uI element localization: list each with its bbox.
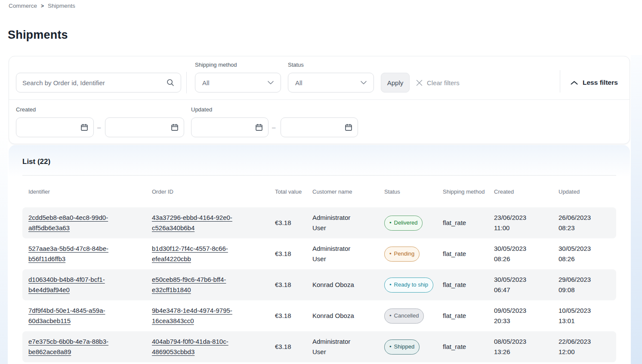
status-select[interactable]: All [288, 73, 374, 93]
table-body: 2cdd5eb8-e8a0-4ec8-99d0-a8f5db6e3a63 43a… [22, 207, 616, 362]
customer-name-cell: Konrad Oboza [312, 280, 384, 290]
page-gradient-left [0, 127, 8, 364]
created-cell: 30/05/2023 08:26 [494, 244, 559, 264]
table-row: d106340b-b4b8-4f07-bcf1-b4e4d9af94e0 e50… [22, 269, 616, 300]
column-header-customer-name: Customer name [312, 188, 384, 196]
close-icon [416, 80, 423, 86]
identifier-cell: 527aae3a-5b5d-47c8-84be-b56f11d6ffb3 [28, 244, 152, 264]
status-badge: Shipped [384, 339, 420, 355]
shipping-method-label: Shipping method [195, 62, 237, 68]
search-box [16, 73, 181, 93]
customer-name-cell: Administrator User [312, 336, 384, 357]
page-gradient-right [631, 55, 642, 364]
table-row: 527aae3a-5b5d-47c8-84be-b56f11d6ffb3 b1d… [22, 238, 616, 269]
created-cell: 30/05/2023 06:47 [494, 275, 559, 295]
created-cell: 08/05/2023 13:26 [494, 336, 559, 357]
created-label: Created [16, 106, 36, 113]
search-input[interactable] [22, 79, 166, 86]
status-label: Status [288, 62, 304, 68]
created-to-field [105, 117, 184, 137]
customer-name-cell: Konrad Oboza [312, 311, 384, 321]
table-row: 2cdd5eb8-e8a0-4ec8-99d0-a8f5db6e3a63 43a… [22, 207, 616, 238]
chevron-up-icon [571, 81, 578, 85]
updated-cell: 29/06/2023 09:08 [559, 275, 616, 295]
created-from-input[interactable] [22, 124, 80, 131]
less-filters-label: Less filters [583, 79, 618, 86]
identifier-cell: e7e375cb-6b0b-4e7a-88b3-be862ace8a89 [28, 336, 152, 357]
created-cell: 23/06/2023 11:00 [494, 213, 559, 233]
calendar-icon[interactable] [171, 123, 179, 131]
breadcrumb-separator: > [41, 3, 44, 9]
status-badge: Cancelled [384, 308, 424, 324]
total-value-cell: €3.18 [275, 218, 312, 228]
updated-range-separator: – [272, 123, 275, 131]
identifier-link[interactable]: e7e375cb-6b0b-4e7a-88b3-be862ace8a89 [28, 336, 128, 357]
shipping-method-cell: flat_rate [443, 249, 494, 259]
list-divider [22, 175, 616, 176]
status-value: All [295, 79, 302, 86]
breadcrumb-commerce[interactable]: Commerce [9, 3, 37, 9]
updated-to-field [281, 117, 358, 137]
column-header-updated: Updated [559, 188, 616, 196]
created-to-input[interactable] [111, 124, 171, 131]
filter-divider-horizontal [9, 99, 630, 100]
identifier-link[interactable]: d106340b-b4b8-4f07-bcf1-b4e4d9af94e0 [28, 275, 128, 295]
customer-name-cell: Administrator User [312, 244, 384, 264]
identifier-link[interactable]: 2cdd5eb8-e8a0-4ec8-99d0-a8f5db6e3a63 [28, 213, 128, 233]
status-badge: Pending [384, 247, 420, 262]
filters-panel: Shipping method All Status All Apply [9, 56, 630, 144]
column-header-shipping-method: Shipping method [443, 188, 494, 196]
identifier-link[interactable]: 527aae3a-5b5d-47c8-84be-b56f11d6ffb3 [28, 244, 128, 264]
total-value-cell: €3.18 [275, 249, 312, 259]
column-header-identifier: Identifier [28, 188, 152, 196]
order-id-cell: e50ceb85-f9c6-47b6-bff4-e32cff1b1840 [152, 275, 275, 295]
table-header: Identifier Order ID Total value Customer… [22, 179, 616, 205]
status-badge: Delivered [384, 216, 423, 231]
status-cell: Cancelled [384, 308, 443, 324]
less-filters-toggle[interactable]: Less filters [571, 73, 618, 93]
shipping-method-cell: flat_rate [443, 280, 494, 290]
order-id-cell: 404ab794-f0f0-41da-810c-4869053cbbd3 [152, 336, 275, 357]
order-id-link[interactable]: 9b4e3478-1e4d-4974-9795-16cea3843cc0 [152, 305, 252, 326]
breadcrumb-shipments: Shipments [48, 3, 75, 9]
clear-filters-button[interactable]: Clear filters [416, 73, 460, 93]
identifier-cell: 7df9f4bd-50e1-4845-a59a-60d3acbeb115 [28, 305, 152, 326]
shipments-page: Commerce > Shipments Shipments Shipping … [0, 0, 642, 364]
search-icon[interactable] [166, 78, 175, 87]
total-value-cell: €3.18 [275, 280, 312, 290]
customer-name-cell: Administrator User [312, 213, 384, 233]
order-id-link[interactable]: b1d30f12-7f4c-4557-8c66-efeaf4220cbb [152, 244, 252, 264]
updated-from-field [191, 117, 269, 137]
order-id-cell: b1d30f12-7f4c-4557-8c66-efeaf4220cbb [152, 244, 275, 264]
total-value-cell: €3.18 [275, 311, 312, 321]
order-id-cell: 9b4e3478-1e4d-4974-9795-16cea3843cc0 [152, 305, 275, 326]
shipping-method-cell: flat_rate [443, 342, 494, 352]
order-id-link[interactable]: 404ab794-f0f0-41da-810c-4869053cbbd3 [152, 336, 252, 357]
column-header-total-value: Total value [275, 188, 312, 196]
calendar-icon[interactable] [80, 123, 88, 131]
calendar-icon[interactable] [255, 123, 263, 131]
status-cell: Shipped [384, 339, 443, 355]
filter-divider-vertical-1 [186, 72, 187, 93]
shipping-method-select[interactable]: All [195, 73, 281, 93]
apply-button[interactable]: Apply [381, 73, 410, 93]
list-title: List (22) [22, 157, 50, 166]
table-row: 7df9f4bd-50e1-4845-a59a-60d3acbeb115 9b4… [22, 300, 616, 331]
table-row: e7e375cb-6b0b-4e7a-88b3-be862ace8a89 404… [22, 331, 616, 362]
created-from-field [16, 117, 94, 137]
updated-to-input[interactable] [287, 124, 345, 131]
order-id-cell: 43a37296-ebbd-4164-92e0-c526a340b6b4 [152, 213, 275, 233]
identifier-cell: d106340b-b4b8-4f07-bcf1-b4e4d9af94e0 [28, 275, 152, 295]
clear-filters-label: Clear filters [427, 79, 460, 86]
updated-cell: 10/05/2023 13:01 [559, 305, 616, 326]
order-id-link[interactable]: e50ceb85-f9c6-47b6-bff4-e32cff1b1840 [152, 275, 252, 295]
order-id-link[interactable]: 43a37296-ebbd-4164-92e0-c526a340b6b4 [152, 213, 252, 233]
total-value-cell: €3.18 [275, 342, 312, 352]
filter-divider-vertical-2 [560, 70, 560, 93]
chevron-down-icon [361, 81, 367, 84]
shipping-method-cell: flat_rate [443, 218, 494, 228]
updated-from-input[interactable] [198, 124, 255, 131]
calendar-icon[interactable] [345, 123, 352, 131]
identifier-link[interactable]: 7df9f4bd-50e1-4845-a59a-60d3acbeb115 [28, 305, 128, 326]
chevron-down-icon [268, 81, 274, 84]
